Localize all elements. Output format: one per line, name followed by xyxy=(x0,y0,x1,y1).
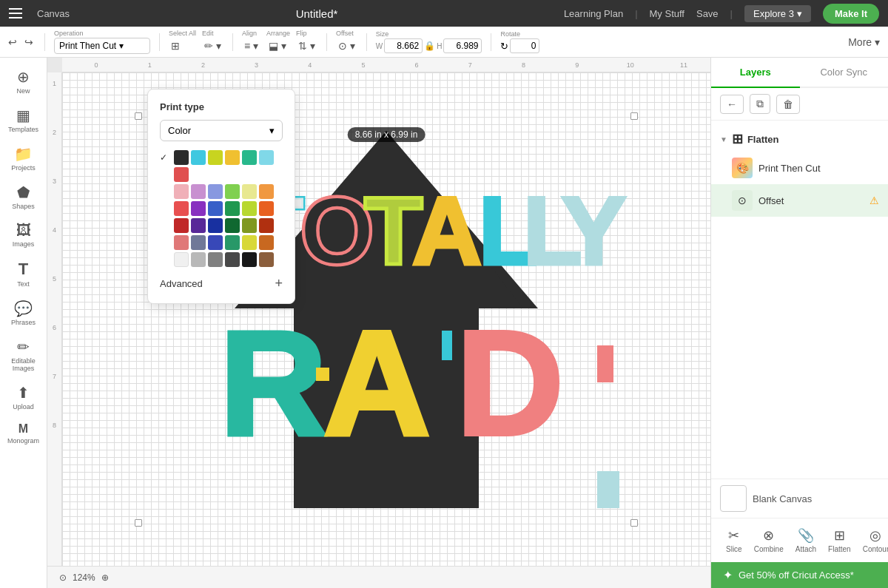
swatch-blue2[interactable] xyxy=(208,235,223,250)
swatch-dark-yellow[interactable] xyxy=(242,218,257,233)
undo-button[interactable]: ↩ xyxy=(6,34,19,50)
flatten-group-header[interactable]: ▼ ⊞ Flatten xyxy=(711,126,888,152)
swatch-yellow2[interactable] xyxy=(242,235,257,250)
promo-bar[interactable]: ✦ Get 50% off Cricut Access* xyxy=(711,562,888,588)
sidebar-item-templates[interactable]: ▦ Templates xyxy=(3,102,44,138)
color-swatches: ✓ xyxy=(160,150,283,267)
swatch-gray4[interactable] xyxy=(242,252,257,267)
my-stuff-link[interactable]: My Stuff xyxy=(650,8,684,19)
canvas-area[interactable]: 0 1 2 3 4 5 6 7 8 9 10 11 1 2 3 4 5 xyxy=(47,58,710,588)
flatten-group-label: Flatten xyxy=(747,134,779,145)
shapes-icon: ⬟ xyxy=(17,183,30,201)
swatch-dark-blue[interactable] xyxy=(208,218,223,233)
edit-button[interactable]: ✏ ▾ xyxy=(202,38,223,54)
redo-button[interactable]: ↪ xyxy=(22,34,36,50)
sidebar-item-images[interactable]: 🖼 Images xyxy=(3,217,44,252)
swatch-slate[interactable] xyxy=(191,235,206,250)
combine-tool[interactable]: ⊗ Combine xyxy=(748,524,790,556)
flatten-icon: ⊞ xyxy=(834,527,845,544)
swatch-orange[interactable] xyxy=(259,184,274,199)
swatch-teal[interactable] xyxy=(191,150,206,165)
flip-button[interactable]: ⇅ ▾ xyxy=(296,38,317,54)
upload-icon: ⬆ xyxy=(17,384,30,402)
slice-tool[interactable]: ✂ Slice xyxy=(720,524,748,556)
swatch-white[interactable] xyxy=(174,252,189,267)
warning-icon: ⚠ xyxy=(870,195,879,206)
swatch-blue[interactable] xyxy=(208,201,223,216)
swatch-green[interactable] xyxy=(242,150,257,165)
swatch-pink[interactable] xyxy=(174,184,189,199)
arrange-section: Arrange ⬓ ▾ xyxy=(266,30,290,54)
arrange-button[interactable]: ⬓ ▾ xyxy=(266,38,290,54)
contour-tool[interactable]: ◎ Contour xyxy=(857,524,888,556)
swatch-black[interactable] xyxy=(174,150,189,165)
swatch-dark-orange[interactable] xyxy=(259,218,274,233)
advanced-row[interactable]: Advanced + xyxy=(160,276,283,291)
layer-print-then-cut[interactable]: 🎨 Print Then Cut xyxy=(711,152,888,184)
learning-plan-link[interactable]: Learning Plan xyxy=(564,8,623,19)
swatch-dark-green[interactable] xyxy=(225,218,240,233)
swatch-red2[interactable] xyxy=(174,201,189,216)
hamburger-menu[interactable] xyxy=(9,8,22,18)
make-it-button[interactable]: Make It xyxy=(823,4,879,24)
swatch-teal2[interactable] xyxy=(225,235,240,250)
swatch-yellow-green2[interactable] xyxy=(242,201,257,216)
swatch-light-blue[interactable] xyxy=(259,150,274,165)
select-all-button[interactable]: ⊞ xyxy=(169,38,196,54)
attach-tool[interactable]: 📎 Attach xyxy=(790,524,822,556)
more-button[interactable]: More ▾ xyxy=(846,34,882,50)
swatch-purple-light[interactable] xyxy=(191,184,206,199)
swatch-orange2[interactable] xyxy=(259,201,274,216)
operation-dropdown[interactable]: Print Then Cut ▾ xyxy=(54,38,150,54)
swatch-yellow[interactable] xyxy=(225,150,240,165)
tab-color-sync[interactable]: Color Sync xyxy=(800,58,889,88)
promo-icon: ✦ xyxy=(723,568,733,582)
swatch-gray2[interactable] xyxy=(208,252,223,267)
swatch-dark-red[interactable] xyxy=(174,218,189,233)
layers-copy-button[interactable]: ⧉ xyxy=(750,94,770,114)
sidebar-item-upload[interactable]: ⬆ Upload xyxy=(3,379,44,415)
align-button[interactable]: ≡ ▾ xyxy=(242,38,260,54)
swatch-gray1[interactable] xyxy=(191,252,206,267)
width-input[interactable] xyxy=(384,38,423,53)
zoom-out-icon[interactable]: ⊙ xyxy=(59,572,67,583)
handle-bl[interactable] xyxy=(135,519,142,527)
swatch-yellow-green[interactable] xyxy=(208,150,223,165)
sidebar-item-text[interactable]: T Text xyxy=(3,255,44,292)
handle-tl[interactable] xyxy=(135,112,142,120)
sidebar-item-new[interactable]: ⊕ New xyxy=(3,64,44,99)
swatch-gray3[interactable] xyxy=(225,252,240,267)
swatch-pink2[interactable] xyxy=(174,235,189,250)
zoom-in-icon[interactable]: ⊕ xyxy=(101,572,109,583)
print-type-select[interactable]: Color ▾ xyxy=(160,120,283,141)
handle-br[interactable] xyxy=(630,519,638,527)
swatch-red[interactable] xyxy=(174,167,189,182)
swatch-purple[interactable] xyxy=(191,201,206,216)
swatch-blue-light[interactable] xyxy=(208,184,223,199)
height-input[interactable] xyxy=(443,38,482,53)
swatch-dark-purple[interactable] xyxy=(191,218,206,233)
layers-delete-button[interactable]: 🗑 xyxy=(776,95,800,114)
sidebar-item-monogram[interactable]: M Monogram xyxy=(3,418,44,449)
offset-button[interactable]: ⊙ ▾ xyxy=(336,38,357,54)
explore-dropdown[interactable]: Explore 3 ▾ xyxy=(744,5,811,22)
templates-label: Templates xyxy=(8,126,38,133)
handle-tr[interactable] xyxy=(630,112,638,120)
swatch-brown[interactable] xyxy=(259,235,274,250)
sidebar-item-phrases[interactable]: 💬 Phrases xyxy=(3,295,44,331)
svg-text:A: A xyxy=(412,177,482,285)
swatch-lime[interactable] xyxy=(225,184,240,199)
layer-offset[interactable]: ⊙ Offset ⚠ xyxy=(711,184,888,217)
sidebar-item-projects[interactable]: 📁 Projects xyxy=(3,141,44,176)
sidebar-item-editable-images[interactable]: ✏ Editable Images xyxy=(3,334,44,376)
tab-layers[interactable]: Layers xyxy=(711,58,800,88)
flatten-tool[interactable]: ⊞ Flatten xyxy=(822,524,857,556)
layers-back-button[interactable]: ← xyxy=(720,95,744,114)
width-label: W xyxy=(376,42,383,50)
save-button[interactable]: Save xyxy=(696,8,719,19)
swatch-green2[interactable] xyxy=(225,201,240,216)
swatch-brown2[interactable] xyxy=(259,252,274,267)
swatch-light-yellow[interactable] xyxy=(242,184,257,199)
sidebar-item-shapes[interactable]: ⬟ Shapes xyxy=(3,179,44,214)
rotate-input[interactable] xyxy=(510,38,539,53)
